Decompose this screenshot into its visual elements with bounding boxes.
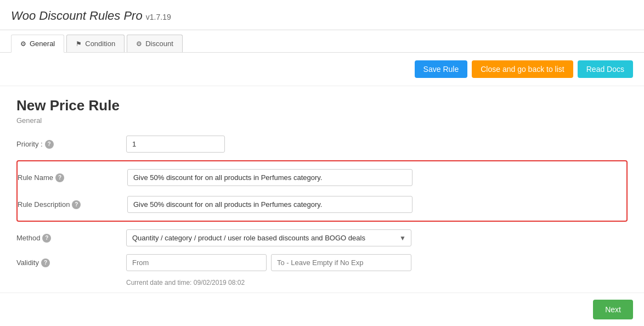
- app-title: Woo Discount Rules Pro v1.7.19: [11, 9, 633, 23]
- priority-help-icon[interactable]: ?: [45, 140, 54, 149]
- method-select[interactable]: Quantity / category / product / user rol…: [126, 229, 411, 246]
- priority-row: Priority : ?: [16, 136, 628, 153]
- rule-description-input[interactable]: [127, 196, 413, 213]
- validity-row: Validity ?: [16, 254, 628, 271]
- tabs-bar: ⚙ General ⚑ Condition ⚙ Discount: [0, 30, 644, 53]
- priority-input[interactable]: [126, 136, 225, 153]
- rule-name-help-icon[interactable]: ?: [55, 173, 64, 182]
- method-label: Method ?: [16, 234, 126, 243]
- form-section: Priority : ? Rule Name ? Rule Descriptio…: [16, 136, 628, 286]
- rule-name-input[interactable]: [127, 169, 413, 186]
- close-back-button[interactable]: Close and go back to list: [472, 60, 573, 78]
- save-rule-button[interactable]: Save Rule: [415, 60, 468, 78]
- general-tab-icon: ⚙: [20, 40, 26, 48]
- rule-description-help-icon[interactable]: ?: [72, 200, 81, 209]
- current-datetime: Current date and time: 09/02/2019 08:02: [126, 279, 628, 286]
- method-row: Method ? Quantity / category / product /…: [16, 229, 628, 246]
- rule-description-row: Rule Description ?: [18, 194, 626, 215]
- tab-general[interactable]: ⚙ General: [11, 35, 64, 53]
- method-help-icon[interactable]: ?: [42, 234, 51, 243]
- rule-name-label: Rule Name ?: [18, 173, 127, 182]
- footer-bar: Next: [0, 293, 644, 297]
- condition-tab-icon: ⚑: [76, 40, 82, 48]
- tab-condition-label: Condition: [85, 40, 115, 48]
- tab-general-label: General: [30, 40, 55, 48]
- validity-help-icon[interactable]: ?: [41, 258, 50, 267]
- rule-name-row: Rule Name ?: [18, 167, 626, 188]
- validity-inputs: [126, 254, 411, 271]
- discount-tab-icon: ⚙: [136, 40, 142, 48]
- validity-label: Validity ?: [16, 258, 126, 267]
- validity-from-input[interactable]: [126, 254, 267, 271]
- read-docs-button[interactable]: Read Docs: [578, 60, 633, 78]
- toolbar: Save Rule Close and go back to list Read…: [0, 53, 644, 86]
- rule-description-label: Rule Description ?: [18, 200, 127, 209]
- section-label: General: [16, 116, 628, 125]
- validity-to-input[interactable]: [271, 254, 411, 271]
- highlighted-fields: Rule Name ? Rule Description ?: [16, 160, 628, 222]
- priority-label: Priority : ?: [16, 140, 126, 149]
- tab-discount-label: Discount: [145, 40, 173, 48]
- method-select-wrapper: Quantity / category / product / user rol…: [126, 229, 411, 246]
- page-title: New Price Rule: [16, 97, 628, 114]
- tab-condition[interactable]: ⚑ Condition: [66, 35, 125, 52]
- main-content: New Price Rule General Priority : ? Rule…: [0, 86, 644, 297]
- tab-discount[interactable]: ⚙ Discount: [127, 35, 183, 52]
- app-header: Woo Discount Rules Pro v1.7.19: [0, 0, 644, 30]
